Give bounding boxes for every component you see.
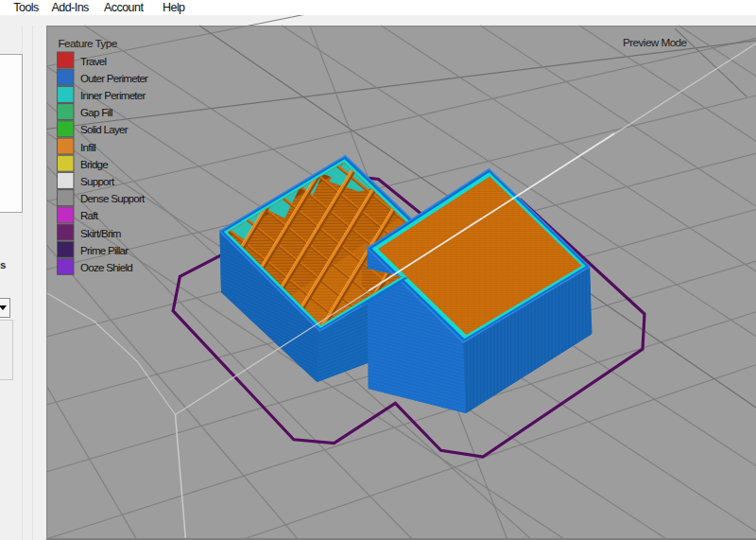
svg-text:Inner Perimeter: Inner Perimeter xyxy=(80,89,146,101)
svg-text:Feature Type: Feature Type xyxy=(59,37,118,50)
svg-text:Skirt/Brim: Skirt/Brim xyxy=(80,227,121,239)
svg-text:Preview Mode: Preview Mode xyxy=(623,36,688,49)
svg-text:Travel: Travel xyxy=(80,55,106,67)
svg-text:Outer Perimeter: Outer Perimeter xyxy=(80,72,148,84)
svg-text:Gap Fill: Gap Fill xyxy=(80,106,112,118)
svg-text:Ooze Shield: Ooze Shield xyxy=(80,261,132,273)
svg-text:Infill: Infill xyxy=(80,141,95,153)
svg-text:Raft: Raft xyxy=(80,209,99,221)
svg-text:Support: Support xyxy=(80,175,115,187)
svg-text:Solid Layer: Solid Layer xyxy=(80,123,129,135)
svg-text:Dense Support: Dense Support xyxy=(80,192,146,204)
svg-text:Bridge: Bridge xyxy=(80,158,108,170)
svg-text:Prime Pillar: Prime Pillar xyxy=(80,244,129,256)
